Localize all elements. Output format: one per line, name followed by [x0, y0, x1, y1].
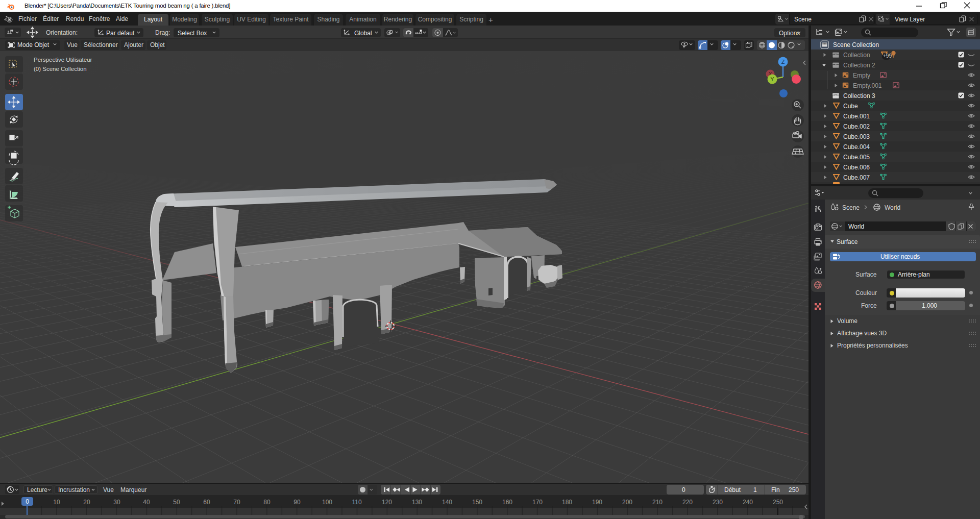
svg-text:220: 220 — [682, 499, 693, 506]
svg-text:190: 190 — [592, 499, 602, 506]
svg-text:230: 230 — [713, 499, 723, 506]
svg-text:0: 0 — [26, 498, 29, 505]
svg-text:10: 10 — [53, 499, 60, 506]
svg-text:80: 80 — [263, 499, 271, 506]
svg-text:210: 210 — [652, 499, 663, 506]
svg-text:240: 240 — [743, 499, 753, 506]
svg-text:30: 30 — [113, 499, 120, 506]
svg-text:110: 110 — [352, 499, 361, 506]
svg-text:Z: Z — [781, 59, 785, 65]
svg-text:160: 160 — [502, 499, 512, 506]
svg-text:170: 170 — [532, 499, 543, 506]
svg-text:100: 100 — [322, 499, 332, 506]
svg-text:40: 40 — [143, 499, 150, 506]
svg-text:60: 60 — [203, 499, 210, 506]
svg-text:90: 90 — [293, 499, 301, 506]
svg-text:180: 180 — [562, 499, 572, 506]
svg-text:70: 70 — [233, 499, 240, 506]
svg-text:Perspective Utilisateur: Perspective Utilisateur — [34, 57, 92, 63]
svg-text:200: 200 — [622, 499, 632, 506]
svg-text:50: 50 — [173, 499, 180, 506]
svg-text:250: 250 — [773, 499, 783, 506]
svg-text:130: 130 — [412, 499, 422, 506]
svg-text:140: 140 — [442, 499, 452, 506]
svg-text:20: 20 — [83, 499, 90, 506]
svg-text:150: 150 — [472, 499, 482, 506]
svg-text:Y: Y — [770, 76, 774, 82]
svg-text:120: 120 — [382, 499, 392, 506]
svg-text:(0) Scene Collection: (0) Scene Collection — [34, 66, 87, 72]
